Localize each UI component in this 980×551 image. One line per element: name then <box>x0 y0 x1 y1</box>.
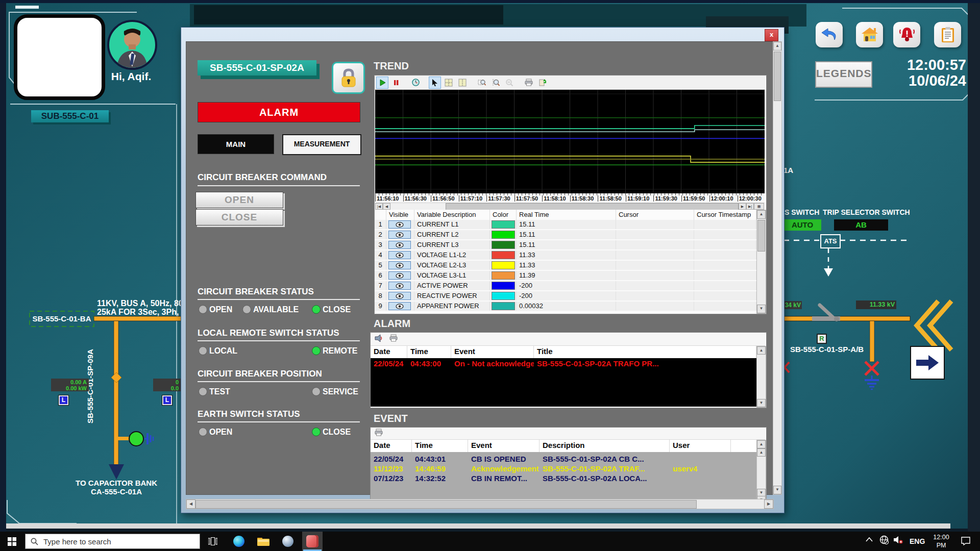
alarm-button[interactable]: ALARM <box>198 102 360 122</box>
clock-time: 12:00:57 <box>878 57 966 73</box>
tray-clock[interactable]: 12:00 PM 10/6/2024 <box>928 533 954 551</box>
tray-volume-muted-icon[interactable] <box>893 536 903 545</box>
print-icon[interactable] <box>375 429 383 438</box>
local-badge-2[interactable]: L <box>162 395 172 405</box>
event-row[interactable]: 11/12/2314:46:59AcknowledgementSB-555-C-… <box>371 463 756 473</box>
scada-app-button[interactable] <box>302 532 323 551</box>
alarm-vscrollbar[interactable]: ▲ ▼ <box>756 346 766 408</box>
x-tick: 11:59:10 <box>626 195 649 202</box>
dialog-hscrollbar[interactable]: ◀ ▶ <box>186 499 774 509</box>
trend-table-vscrollbar[interactable]: ▲ ▼ <box>756 210 766 314</box>
print-icon[interactable] <box>389 334 398 344</box>
event-row[interactable]: 07/12/2314:32:52CB IN REMOT...SB-555-C-0… <box>371 473 756 483</box>
print-icon[interactable] <box>523 77 535 89</box>
ack-icon[interactable] <box>375 334 383 344</box>
dialog-vscrollbar[interactable]: ▲ ▼ <box>773 41 782 495</box>
trend-row[interactable]: 4VOLTAGE L1-L211.33 <box>375 251 756 261</box>
tray-chevron[interactable] <box>866 536 873 543</box>
next-page-button[interactable] <box>910 346 945 380</box>
tray-language[interactable]: ENG <box>910 537 925 545</box>
visible-eye-icon[interactable] <box>388 282 411 290</box>
visible-eye-icon[interactable] <box>388 292 411 300</box>
zoom-box-icon[interactable] <box>476 77 488 89</box>
status-lamp <box>199 305 207 314</box>
partial-bus-label: 1A <box>783 166 793 174</box>
alarm-table-header: Date Time Event Title <box>371 346 756 359</box>
status-label: OPEN <box>209 428 232 436</box>
export-icon[interactable] <box>536 77 549 89</box>
edge-icon <box>233 536 244 547</box>
tab-main[interactable]: MAIN <box>198 134 274 154</box>
taskview-button[interactable] <box>203 532 223 551</box>
lock-button[interactable] <box>332 62 365 94</box>
col-visible: Visible <box>386 210 414 220</box>
visible-eye-icon[interactable] <box>388 220 411 229</box>
trend-chart[interactable] <box>375 90 765 193</box>
start-button[interactable] <box>2 532 21 551</box>
visible-eye-icon[interactable] <box>388 302 411 310</box>
event-title: EVENT <box>374 413 408 424</box>
meter-b-amps: 0 <box>153 379 179 385</box>
alarm-summary-button[interactable] <box>893 22 920 47</box>
ats-switch-header: S SWITCH <box>785 208 819 216</box>
zoom-out-icon[interactable] <box>503 77 516 89</box>
alarm-title: ALARM <box>374 318 410 330</box>
play-icon[interactable] <box>376 77 388 89</box>
greeting: Hi, Aqif. <box>106 70 157 83</box>
remote-badge[interactable]: R <box>817 334 827 344</box>
event-row[interactable]: 22/05/2404:43:01CB IS OPENEDSB-555-C-01-… <box>371 454 756 463</box>
col-title: Title <box>534 346 756 358</box>
close-button[interactable]: x <box>765 29 778 41</box>
x-tick: 11:58:10 <box>542 195 566 202</box>
trend-row[interactable]: 3CURRENT L315.11 <box>375 240 756 251</box>
clock-date: 10/06/24 <box>878 73 966 89</box>
tray-network-icon[interactable] <box>879 535 889 546</box>
logo-box <box>14 14 105 100</box>
ats-box[interactable]: ATS <box>820 234 841 248</box>
home-button[interactable] <box>856 22 883 47</box>
x-tick: 12:00:10 <box>709 195 733 202</box>
crosshair-grid-icon[interactable] <box>443 77 455 89</box>
trend-row[interactable]: 6VOLTAGE L3-L111.39 <box>375 271 756 281</box>
notification-center-icon[interactable] <box>961 536 971 547</box>
explorer-icon <box>257 537 270 546</box>
trend-row[interactable]: 9APPARENT POWER0.00032 <box>375 302 756 312</box>
visible-eye-icon[interactable] <box>388 251 411 259</box>
trend-row[interactable]: 8REACTIVE POWER-200 <box>375 291 756 302</box>
alarm-row[interactable]: 22/05/2404:43:00On - Not acknowledgedSB-… <box>371 358 756 368</box>
cb-position-title: CIRCUIT BREAKER POSITION <box>198 369 360 379</box>
meter-a-kw: 0.00 kW <box>51 385 87 391</box>
visible-eye-icon[interactable] <box>388 241 411 249</box>
visible-eye-icon[interactable] <box>388 261 411 269</box>
edge-button[interactable] <box>229 532 249 551</box>
trend-row[interactable]: 5VOLTAGE L2-L311.33 <box>375 261 756 271</box>
trend-row[interactable]: 2CURRENT L215.11 <box>375 230 756 240</box>
status-label: AVAILABLE <box>253 305 299 314</box>
meter-a-amps: 0.00 A <box>51 379 87 385</box>
column-grid-icon[interactable] <box>456 77 469 89</box>
clock: 12:00:57 10/06/24 <box>878 57 966 89</box>
viewer-app-button[interactable] <box>278 532 298 551</box>
pause-icon[interactable] <box>390 77 402 89</box>
legends-button[interactable]: LEGENDS <box>815 61 872 88</box>
cb-close-button[interactable]: CLOSE <box>195 209 283 226</box>
local-badge-1[interactable]: L <box>59 395 68 405</box>
search-input[interactable]: Type here to search <box>25 534 200 549</box>
tab-measurement[interactable]: MEASUREMENT <box>282 134 361 155</box>
back-button[interactable] <box>816 22 843 47</box>
clock-icon[interactable] <box>409 77 422 89</box>
cb-open-button[interactable]: OPEN <box>195 192 283 208</box>
cursor-icon[interactable] <box>429 77 441 89</box>
report-button[interactable] <box>934 22 961 47</box>
event-vscrollbar[interactable]: ▲ ▲ ▼ ▼ <box>756 440 766 505</box>
trend-row[interactable]: 7ACTIVE POWER-200 <box>375 281 756 291</box>
x-tick: 11:58:30 <box>570 195 594 202</box>
trend-hscrollbar[interactable]: |◀◀ ▶▶| ▦ <box>375 203 765 210</box>
visible-eye-icon[interactable] <box>388 271 411 280</box>
trip-selector-value[interactable]: AB <box>834 219 888 231</box>
visible-eye-icon[interactable] <box>388 231 411 239</box>
explorer-button[interactable] <box>254 532 273 551</box>
trend-row[interactable]: 1CURRENT L115.11 <box>375 220 756 230</box>
ats-switch-value[interactable]: AUTO <box>783 219 821 231</box>
zoom-dynamic-icon[interactable] <box>489 77 502 89</box>
